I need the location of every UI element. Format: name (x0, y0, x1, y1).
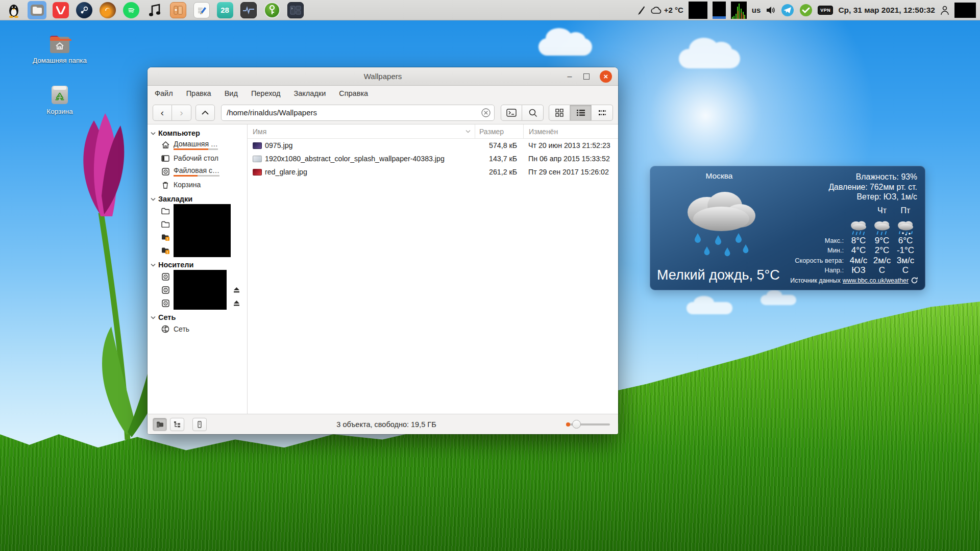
show-side-pane-toggle[interactable] (192, 418, 207, 431)
back-button[interactable]: ‹ (153, 105, 172, 121)
show-places-toggle[interactable] (153, 418, 167, 431)
path-input[interactable] (221, 105, 495, 121)
menu-go[interactable]: Переход (251, 89, 281, 97)
show-tree-toggle[interactable] (170, 418, 184, 431)
open-terminal-button[interactable] (501, 105, 522, 121)
sidebar-item-label: Домашняя … (174, 140, 218, 148)
web-browser-icon[interactable] (98, 1, 117, 19)
telegram-tray-icon[interactable] (781, 4, 794, 17)
menu-edit[interactable]: Правка (186, 89, 211, 97)
system-monitor-icon[interactable] (239, 1, 258, 19)
desktop-icon (161, 155, 170, 162)
section-computer[interactable]: Компьютер (148, 128, 247, 138)
terminal-tiling-icon[interactable] (286, 1, 305, 19)
redacted-label (174, 244, 231, 257)
refresh-icon[interactable] (911, 277, 918, 284)
section-bookmarks[interactable]: Закладки (148, 193, 247, 204)
volume-icon[interactable] (766, 6, 776, 15)
user-icon[interactable] (940, 5, 949, 15)
section-volumes[interactable]: Носители (148, 259, 247, 270)
spotify-icon[interactable] (121, 1, 140, 19)
window-titlebar[interactable]: Wallpapers – × (148, 67, 618, 86)
eject-icon[interactable] (233, 287, 240, 293)
up-button[interactable] (195, 105, 215, 121)
clear-path-icon[interactable] (481, 108, 491, 118)
forward-button[interactable]: › (172, 105, 191, 121)
sidebar-item-trash[interactable]: Корзина (148, 178, 247, 191)
close-button[interactable]: × (600, 70, 612, 83)
pen-tablet-icon[interactable] (636, 5, 646, 15)
linux-menu-icon[interactable] (4, 1, 23, 19)
disk-monitor-widget[interactable] (713, 2, 726, 19)
disk-icon (161, 273, 170, 281)
sidebar-item-desktop[interactable]: Рабочий стол (148, 152, 247, 165)
sidebar-item-home[interactable]: Домашняя … (148, 138, 247, 152)
column-header-name[interactable]: Имя (248, 128, 475, 136)
icon-view-button[interactable] (549, 105, 570, 121)
list-view-button[interactable] (570, 105, 592, 121)
sidebar-bookmark[interactable] (148, 204, 247, 217)
chevron-down-icon (151, 316, 156, 319)
zoom-slider[interactable] (566, 419, 610, 430)
desktop-icon-label: Домашняя папка (30, 57, 90, 65)
redacted-label (174, 283, 227, 296)
file-manager-icon[interactable] (28, 1, 46, 19)
chevron-down-icon (151, 132, 156, 135)
cpu-monitor-widget[interactable] (689, 2, 707, 19)
menu-help[interactable]: Справка (339, 89, 368, 97)
weather-source-link[interactable]: www.bbc.co.uk/weather (843, 277, 909, 284)
calendar-icon[interactable]: 28 (215, 1, 234, 19)
file-row[interactable]: 1920x1080_abstract_color_splash_wallpape… (248, 152, 618, 165)
places-sidebar: Компьютер Домашняя … Рабочий стол Файлов… (148, 124, 248, 414)
sidebar-item-network[interactable]: Сеть (148, 322, 247, 336)
section-network[interactable]: Сеть (148, 312, 247, 322)
eject-icon[interactable] (233, 300, 240, 306)
package-manager-icon[interactable] (168, 1, 187, 19)
sidebar-bookmark[interactable] (148, 217, 247, 231)
column-header-modified[interactable]: Изменён (523, 124, 618, 138)
music-player-icon[interactable] (145, 1, 164, 19)
sidebar-bookmark[interactable]: ! (148, 231, 247, 244)
steam-icon[interactable] (75, 1, 93, 19)
menu-view[interactable]: Вид (225, 89, 238, 97)
forecast-sleet-icon (894, 217, 917, 236)
redacted-label (174, 217, 231, 231)
sidebar-item-filesystem[interactable]: Файловая с… (148, 165, 247, 178)
maximize-button[interactable] (583, 73, 590, 80)
disk-usage-bar (174, 148, 218, 150)
disk-usage-bar (174, 175, 219, 177)
text-editor-icon[interactable] (192, 1, 211, 19)
desktop-icon-trash[interactable]: Корзина (30, 83, 90, 116)
file-list: Имя Размер Изменён 0975.jpg 574,8 кБ Чт … (248, 124, 618, 414)
keyboard-layout-indicator[interactable]: us (752, 6, 761, 14)
vpn-indicator[interactable]: VPN (818, 6, 833, 15)
menu-file[interactable]: Файл (155, 89, 173, 97)
file-row[interactable]: 0975.jpg 574,8 кБ Чт 20 июн 2013 21:52:2… (248, 139, 618, 152)
sidebar-bookmark[interactable]: ! (148, 244, 247, 257)
menu-bookmarks[interactable]: Закладки (293, 89, 326, 97)
sidebar-volume[interactable] (148, 283, 247, 296)
folder-warning-icon: ! (161, 234, 170, 241)
sidebar-item-label: Сеть (174, 325, 189, 333)
keepass-icon[interactable] (262, 1, 281, 19)
compact-view-button[interactable] (592, 105, 613, 121)
minimize-button[interactable]: – (566, 73, 573, 80)
weather-city: Москва (650, 171, 789, 181)
sidebar-volume[interactable] (148, 296, 247, 310)
column-header-size[interactable]: Размер (475, 124, 523, 138)
zoom-slider-handle[interactable] (572, 420, 581, 429)
search-button[interactable] (522, 105, 544, 121)
sync-ok-tray-icon[interactable] (799, 4, 813, 17)
redacted-label (174, 296, 227, 310)
sidebar-volume[interactable] (148, 270, 247, 283)
desktop: 28 +2 °C us (0, 0, 980, 551)
folder-warning-icon: ! (161, 247, 170, 255)
trash-icon (48, 83, 71, 106)
desktop-icon-home[interactable]: Домашняя папка (30, 34, 90, 65)
panel-clock[interactable]: Ср, 31 мар 2021, 12:50:32 (838, 6, 935, 15)
weather-tray-indicator[interactable]: +2 °C (651, 6, 683, 14)
file-row[interactable]: red_glare.jpg 261,2 кБ Пт 29 сен 2017 15… (248, 165, 618, 179)
vivaldi-browser-icon[interactable] (51, 1, 70, 19)
forecast-row-label: Мин.: (793, 246, 847, 254)
network-monitor-widget[interactable] (731, 2, 747, 19)
